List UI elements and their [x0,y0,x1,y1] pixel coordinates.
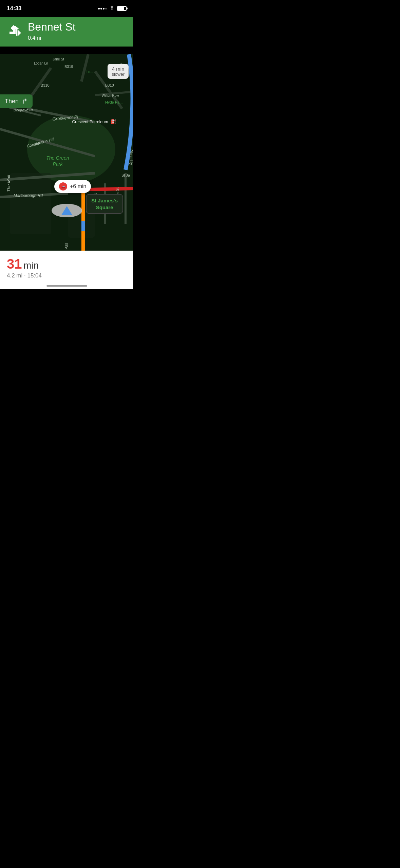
nav-distance: 0.4mi [28,33,76,42]
svg-text:Lo...: Lo... [87,70,93,74]
svg-text:B310: B310 [41,83,50,87]
location-oval [52,204,82,217]
crescent-petroleum-label: Crescent Petroleum ⛽ [72,119,116,124]
svg-text:Park: Park [53,161,63,167]
bottom-details: 4.2 mi · 15:04 [7,272,127,279]
slower-text: slower [112,72,125,77]
svg-text:B319: B319 [64,65,73,69]
eta-unit: min [23,260,39,271]
home-indicator [46,285,87,287]
current-location-marker [52,204,82,217]
svg-text:Jane St: Jane St [53,57,64,61]
bottom-panel: 31 min 4.2 mi · 15:04 [0,251,133,289]
then-box: Then ↱ [0,94,33,108]
nav-distance-unit: mi [35,35,41,41]
delay-text: +6 min [70,183,86,189]
svg-text:Belgrave Pl: Belgrave Pl [14,108,33,112]
svg-text:Marlborough Rd: Marlborough Rd [14,193,43,198]
status-icons [98,6,127,12]
nav-street: Bennet St [28,21,76,33]
map-area: Grosvenor Pl Constitution Hill The Green… [0,54,133,267]
st-james-text: St James's Square [91,197,118,211]
map-canvas: Grosvenor Pl Constitution Hill The Green… [0,54,133,267]
battery-icon [117,6,127,11]
then-direction-icon: ↱ [22,97,28,105]
svg-text:Logan Ln: Logan Ln [34,61,48,65]
svg-text:St Ja: St Ja [121,173,130,177]
svg-rect-2 [10,173,51,234]
then-label: Then [5,98,19,105]
nav-info: Bennet St 0.4mi [28,21,76,42]
signal-icon [98,8,107,10]
navigation-header: ↰ Bennet St 0.4mi [0,17,133,47]
eta-minutes: 31 [7,256,22,271]
svg-text:The Mall: The Mall [6,175,11,192]
slower-mins: 4 min [112,66,125,72]
status-time: 14:33 [7,5,21,12]
st-james-square-label: St James's Square [86,194,123,214]
turn-direction-icon: ↰ [5,23,23,40]
car-icon: 🚗 [59,182,67,191]
svg-text:Wilton Row: Wilton Row [102,94,119,97]
svg-text:Hyde Pa...: Hyde Pa... [105,100,122,104]
svg-text:B310: B310 [105,83,114,87]
slower-route-label: 4 min slower [108,64,129,79]
svg-text:Piccadilly: Piccadilly [129,149,133,165]
bottom-time-row: 31 min [7,256,127,272]
svg-text:The Green: The Green [46,155,69,161]
wifi-icon [109,6,115,12]
location-arrow-icon [61,206,72,215]
svg-text:Pall: Pall [64,243,69,250]
traffic-delay-bubble[interactable]: 🚗 +6 min [54,180,91,193]
status-bar: 14:33 [0,0,133,17]
